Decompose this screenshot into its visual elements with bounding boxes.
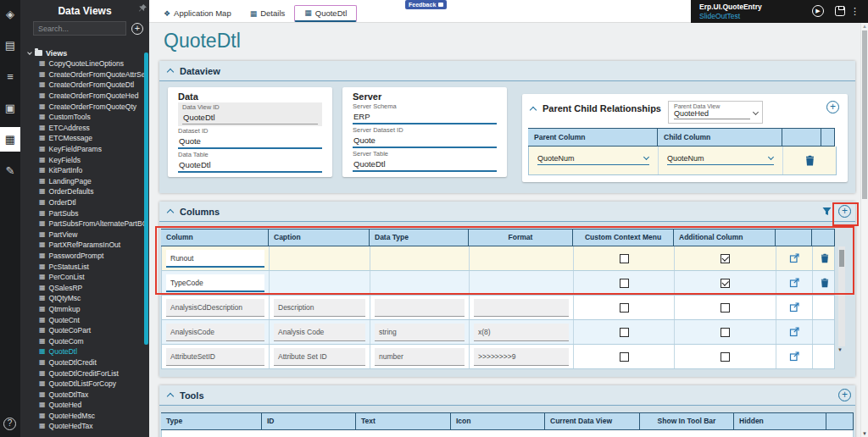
column-header[interactable]: Child Column: [658, 128, 782, 147]
search-input[interactable]: [33, 21, 126, 36]
custom-context-menu-checkbox[interactable]: [620, 303, 629, 313]
tree-item[interactable]: ▦ QuoteHedMsc: [20, 411, 144, 422]
tab[interactable]: ❖ Application Map: [154, 5, 241, 22]
tree-item[interactable]: ▦ CreateOrderFromQuoteHed: [20, 91, 144, 102]
tab[interactable]: ▦ QuoteDtl: [294, 5, 357, 22]
kebab-menu-icon[interactable]: ⋮: [850, 6, 860, 17]
text-field[interactable]: Dataset ID Quote: [178, 127, 322, 150]
tree-item[interactable]: ▦ CreateOrderFromQuoteQty: [20, 101, 144, 112]
edit-icon[interactable]: [789, 253, 799, 263]
text-field[interactable]: Server Dataset ID Quote: [353, 126, 497, 149]
column-header[interactable]: Hidden: [734, 412, 826, 430]
tree-item[interactable]: ▦ PcStatusList: [20, 261, 144, 272]
column-header[interactable]: Caption: [269, 229, 370, 246]
column-header[interactable]: [776, 229, 812, 246]
custom-context-menu-checkbox[interactable]: [620, 328, 629, 337]
preview-play-icon[interactable]: ▶: [812, 5, 824, 17]
tree-item[interactable]: ▦ QuoteDtl: [20, 346, 144, 357]
tree-root-views[interactable]: Views: [20, 47, 144, 58]
collapse-chevron-icon[interactable]: [167, 393, 174, 400]
help-icon[interactable]: ?: [3, 418, 16, 430]
pin-icon[interactable]: [138, 3, 147, 13]
tree-item[interactable]: ▦ QuoteDtlTax: [20, 389, 144, 400]
text-field[interactable]: Data View ID QuoteDtl: [178, 102, 322, 126]
edit-icon[interactable]: [789, 302, 799, 313]
tree-item[interactable]: ▦ PartSubs: [20, 207, 144, 218]
parent-data-view-select[interactable]: Parent Data View QuoteHed: [668, 101, 763, 124]
column-header[interactable]: [812, 229, 835, 246]
additional-column-checkbox[interactable]: [721, 254, 730, 263]
checklist-icon[interactable]: ≡: [0, 64, 20, 89]
main-scrollbar[interactable]: ▲ ▼: [860, 23, 868, 437]
feedback-button[interactable]: Feedback: [405, 0, 447, 9]
text-field[interactable]: Server Table QuoteDtl: [353, 150, 497, 173]
column-header[interactable]: Icon: [451, 412, 545, 430]
additional-column-checkbox[interactable]: [721, 303, 730, 313]
tree-item[interactable]: ▦ LandingPage: [20, 176, 144, 187]
scroll-up-arrow[interactable]: ▲: [862, 24, 867, 29]
custom-context-menu-checkbox[interactable]: [620, 279, 629, 288]
parent-column-select[interactable]: QuoteNum: [537, 154, 649, 165]
tree-item[interactable]: ▦ QuoteCom: [20, 335, 144, 346]
scroll-down-arrow[interactable]: ▼: [837, 347, 843, 352]
child-column-select[interactable]: QuoteNum: [667, 154, 774, 165]
scrollbar-thumb[interactable]: [839, 250, 844, 267]
tree-item[interactable]: ▦ PerConList: [20, 272, 144, 283]
custom-context-menu-checkbox[interactable]: [620, 254, 629, 263]
column-header[interactable]: Column: [161, 229, 269, 246]
tree-item[interactable]: ▦ PasswordPrompt: [20, 251, 144, 262]
column-header[interactable]: [782, 128, 821, 147]
tree-item[interactable]: ▦ QuoteCoPart: [20, 325, 144, 336]
edit-icon[interactable]: [789, 327, 799, 337]
tree-item[interactable]: ▦ ETCAddress: [20, 123, 144, 134]
column-header[interactable]: Custom Context Menu: [573, 229, 674, 246]
table-scrollbar[interactable]: [838, 246, 845, 346]
app-subtitle[interactable]: SlideOutTest: [699, 12, 740, 20]
tree-item[interactable]: ▦ Qtmmkup: [20, 304, 144, 315]
column-header[interactable]: Current Data View: [545, 412, 640, 430]
custom-context-menu-checkbox[interactable]: [620, 352, 629, 362]
column-header[interactable]: Parent Column: [528, 128, 658, 147]
additional-column-checkbox[interactable]: [721, 279, 730, 288]
tree-scrollbar[interactable]: [144, 53, 148, 345]
column-header[interactable]: [821, 128, 835, 147]
collapse-chevron-icon[interactable]: [167, 69, 174, 75]
add-tool-button[interactable]: +: [838, 389, 851, 401]
document-edit-icon[interactable]: ✎: [0, 158, 20, 183]
add-column-button[interactable]: +: [838, 205, 851, 218]
tree-item[interactable]: ▦ ETCMessage: [20, 133, 144, 144]
column-header[interactable]: Additional Column: [674, 229, 776, 246]
tree-item[interactable]: ▦ CustomTools: [20, 112, 144, 123]
text-field[interactable]: Server Schema ERP: [353, 102, 497, 125]
tree-item[interactable]: ▦ QSalesRP: [20, 282, 144, 293]
column-name-cell[interactable]: AnalysisCode: [166, 324, 264, 341]
tree-item[interactable]: ▦ KitPartInfo: [20, 165, 144, 176]
tree-item[interactable]: ▦ PartSubsFromAlternatePartBO: [20, 218, 144, 230]
data-views-icon[interactable]: ▦: [0, 127, 20, 152]
tree-item[interactable]: ▦ QuoteDtlCreditForList: [20, 368, 144, 379]
column-header[interactable]: ID: [262, 412, 356, 430]
collapse-chevron-icon[interactable]: [530, 107, 537, 113]
text-field[interactable]: Data Table QuoteDtl: [178, 151, 322, 174]
tree-item[interactable]: ▦ CreateOrderFromQuoteAttrSet: [20, 69, 144, 80]
column-name-cell[interactable]: TypeCode: [166, 274, 264, 292]
column-header[interactable]: Format: [469, 229, 573, 246]
tree-item[interactable]: ▦ QuoteDtlCredit: [20, 357, 144, 368]
components-icon[interactable]: ▣: [0, 96, 20, 120]
save-icon[interactable]: [835, 6, 845, 16]
layout-icon[interactable]: ▤: [0, 33, 20, 58]
tree-item[interactable]: ▦ CopyQuoteLineOptions: [20, 58, 144, 69]
column-header[interactable]: Show In Tool Bar: [640, 412, 734, 430]
column-header[interactable]: [826, 412, 854, 430]
tree-item[interactable]: ▦ PartXRefParamsInOut: [20, 240, 144, 251]
column-name-cell[interactable]: AttributeSetID: [166, 348, 264, 366]
edit-icon[interactable]: [789, 351, 799, 362]
edit-icon[interactable]: [789, 278, 799, 288]
delete-icon[interactable]: [821, 253, 829, 263]
tree-item[interactable]: ▦ PartView: [20, 230, 144, 241]
tree-item[interactable]: ▦ QtQtyMsc: [20, 293, 144, 304]
tree-item[interactable]: ▦ KeyFieldParams: [20, 144, 144, 155]
additional-column-checkbox[interactable]: [721, 328, 730, 337]
additional-column-checkbox[interactable]: [721, 352, 730, 362]
tree-item[interactable]: ▦ OrderDefaults: [20, 186, 144, 197]
